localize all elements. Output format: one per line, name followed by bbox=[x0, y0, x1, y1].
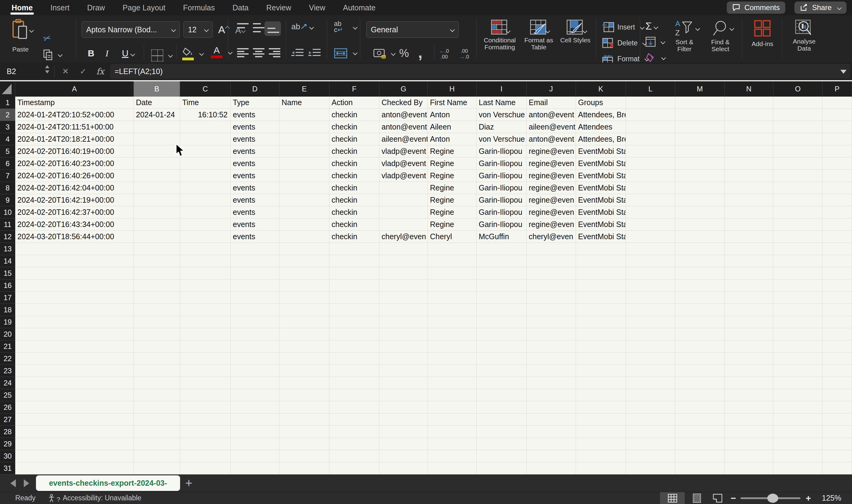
cell-I20[interactable] bbox=[476, 328, 527, 340]
insert-function-button[interactable]: fx bbox=[96, 62, 104, 80]
column-header-M[interactable]: M bbox=[675, 82, 725, 96]
cell-I4[interactable]: von Verschue bbox=[476, 133, 527, 145]
cell-I5[interactable]: Garin-Iliopou bbox=[476, 145, 527, 158]
cell-L18[interactable] bbox=[626, 304, 675, 316]
cell-O29[interactable] bbox=[773, 438, 822, 450]
cell-D21[interactable] bbox=[231, 340, 279, 353]
cell-N14[interactable] bbox=[725, 255, 773, 267]
cell-F25[interactable] bbox=[329, 389, 379, 401]
cell-M27[interactable] bbox=[675, 414, 725, 426]
cell-C15[interactable] bbox=[180, 267, 231, 280]
cell-E24[interactable] bbox=[279, 377, 329, 389]
share-button[interactable]: Share bbox=[794, 1, 847, 14]
menu-page-layout[interactable]: Page Layout bbox=[123, 0, 165, 15]
cell-N10[interactable] bbox=[725, 206, 773, 218]
cell-D7[interactable]: events bbox=[231, 170, 279, 182]
cell-F9[interactable]: checkin bbox=[329, 194, 379, 206]
cell-B10[interactable] bbox=[134, 206, 180, 218]
cell-H15[interactable] bbox=[428, 267, 476, 280]
row-header-10[interactable]: 10 bbox=[0, 206, 15, 218]
cell-C20[interactable] bbox=[180, 328, 231, 340]
cell-L1[interactable] bbox=[626, 96, 675, 109]
cell-K17[interactable] bbox=[576, 292, 626, 304]
cell-O13[interactable] bbox=[773, 243, 822, 255]
cell-O31[interactable] bbox=[773, 462, 822, 474]
cell-A17[interactable] bbox=[15, 292, 134, 304]
cell-O4[interactable] bbox=[773, 133, 822, 145]
cell-B24[interactable] bbox=[134, 377, 180, 389]
cell-A13[interactable] bbox=[15, 243, 134, 255]
cell-A29[interactable] bbox=[15, 438, 134, 450]
cell-D15[interactable] bbox=[231, 267, 279, 280]
cell-K23[interactable] bbox=[576, 365, 626, 377]
column-header-K[interactable]: K bbox=[576, 82, 626, 96]
cell-L4[interactable] bbox=[626, 133, 675, 145]
cell-D5[interactable]: events bbox=[231, 145, 279, 158]
column-header-J[interactable]: J bbox=[527, 82, 576, 96]
cell-B4[interactable] bbox=[134, 133, 180, 145]
cell-A24[interactable] bbox=[15, 377, 134, 389]
cell-A3[interactable]: 2024-01-24T20:11:51+00:00 bbox=[15, 121, 134, 133]
cell-A16[interactable] bbox=[15, 280, 134, 292]
cell-P18[interactable] bbox=[822, 304, 852, 316]
cell-B2[interactable]: 2024-01-24 bbox=[134, 109, 180, 121]
cell-D17[interactable] bbox=[231, 292, 279, 304]
cell-F31[interactable] bbox=[329, 462, 379, 474]
cell-C25[interactable] bbox=[180, 389, 231, 401]
cell-A1[interactable]: Timestamp bbox=[15, 96, 134, 109]
cell-M20[interactable] bbox=[675, 328, 725, 340]
cell-F12[interactable]: checkin bbox=[329, 231, 379, 243]
cell-A21[interactable] bbox=[15, 340, 134, 353]
cell-K18[interactable] bbox=[576, 304, 626, 316]
cell-L16[interactable] bbox=[626, 280, 675, 292]
cell-G5[interactable]: vladp@event bbox=[379, 145, 428, 158]
cell-D2[interactable]: events bbox=[231, 109, 279, 121]
cell-L22[interactable] bbox=[626, 353, 675, 365]
cell-J11[interactable]: regine@even bbox=[527, 218, 576, 231]
cell-N1[interactable] bbox=[725, 96, 773, 109]
cell-K19[interactable] bbox=[576, 316, 626, 328]
cell-H6[interactable]: Regine bbox=[428, 158, 476, 170]
menu-review[interactable]: Review bbox=[266, 0, 291, 15]
cell-G26[interactable] bbox=[379, 401, 428, 414]
cell-O30[interactable] bbox=[773, 450, 822, 462]
cell-M23[interactable] bbox=[675, 365, 725, 377]
menu-insert[interactable]: Insert bbox=[50, 0, 70, 15]
cell-J9[interactable]: regine@even bbox=[527, 194, 576, 206]
cell-N27[interactable] bbox=[725, 414, 773, 426]
cell-J26[interactable] bbox=[527, 401, 576, 414]
cell-C1[interactable]: Time bbox=[180, 96, 231, 109]
cell-F5[interactable]: checkin bbox=[329, 145, 379, 158]
cell-E19[interactable] bbox=[279, 316, 329, 328]
cell-I21[interactable] bbox=[476, 340, 527, 353]
cell-N4[interactable] bbox=[725, 133, 773, 145]
cell-O14[interactable] bbox=[773, 255, 822, 267]
paste-button[interactable]: Paste bbox=[7, 18, 34, 53]
column-header-N[interactable]: N bbox=[725, 82, 773, 96]
menu-view[interactable]: View bbox=[309, 0, 325, 15]
cell-A19[interactable] bbox=[15, 316, 134, 328]
select-all-corner[interactable] bbox=[0, 82, 15, 96]
cell-H30[interactable] bbox=[428, 450, 476, 462]
cell-P8[interactable] bbox=[822, 182, 852, 194]
cell-E13[interactable] bbox=[279, 243, 329, 255]
cell-D8[interactable]: events bbox=[231, 182, 279, 194]
cell-N7[interactable] bbox=[725, 170, 773, 182]
cell-L21[interactable] bbox=[626, 340, 675, 353]
column-header-D[interactable]: D bbox=[231, 82, 279, 96]
cell-B9[interactable] bbox=[134, 194, 180, 206]
cell-J3[interactable]: aileen@event bbox=[527, 121, 576, 133]
cell-L10[interactable] bbox=[626, 206, 675, 218]
cell-I1[interactable]: Last Name bbox=[476, 96, 527, 109]
cell-D20[interactable] bbox=[231, 328, 279, 340]
cell-B22[interactable] bbox=[134, 353, 180, 365]
cell-K30[interactable] bbox=[576, 450, 626, 462]
cell-I3[interactable]: Diaz bbox=[476, 121, 527, 133]
cell-N21[interactable] bbox=[725, 340, 773, 353]
cell-F17[interactable] bbox=[329, 292, 379, 304]
cell-M6[interactable] bbox=[675, 158, 725, 170]
cell-I31[interactable] bbox=[476, 462, 527, 474]
row-header-27[interactable]: 27 bbox=[0, 414, 15, 426]
row-header-30[interactable]: 30 bbox=[0, 450, 15, 462]
cell-D10[interactable]: events bbox=[231, 206, 279, 218]
